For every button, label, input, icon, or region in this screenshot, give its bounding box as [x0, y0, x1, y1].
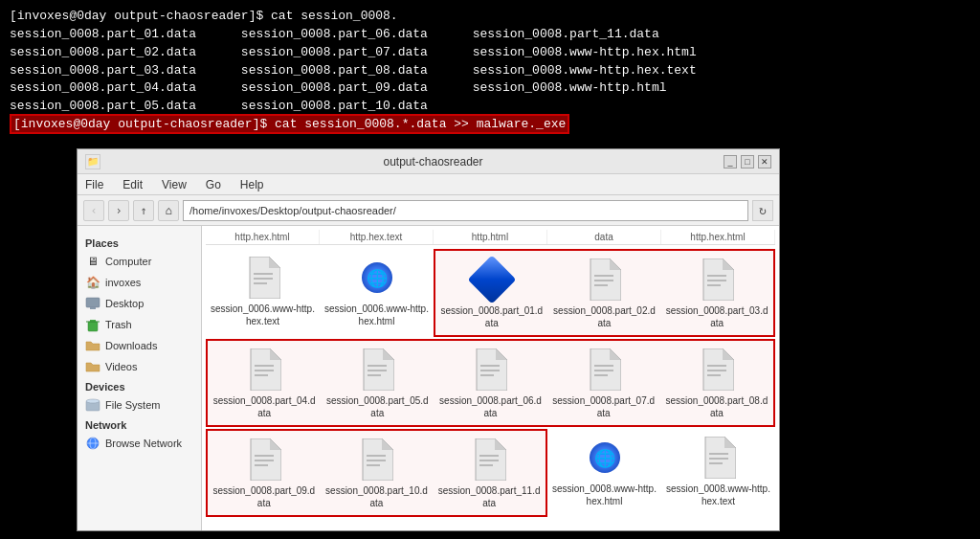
file-item-part02[interactable]: session_0008.part_02.data — [548, 251, 661, 335]
menu-go[interactable]: Go — [202, 176, 225, 193]
file-icon-exe — [473, 257, 511, 303]
sidebar-label-invoxes: invoxes — [105, 277, 141, 288]
svg-rect-2 — [88, 322, 98, 331]
sidebar-item-downloads[interactable]: Downloads — [78, 335, 201, 356]
selected-group-row2: session_0008.part_04.data session_0008.p… — [206, 339, 775, 427]
sidebar: Places 🖥 Computer 🏠 invoxes Desktop — [78, 226, 202, 530]
file-item-www-hex-html[interactable]: 🌐 session_0008.www-http.hex.html — [547, 429, 661, 517]
menu-edit[interactable]: Edit — [119, 176, 146, 193]
home-button[interactable]: ⌂ — [158, 200, 179, 221]
file-name: session_0008.www-http.hex.text — [665, 483, 771, 507]
exe-icon — [467, 256, 516, 304]
selected-group-row3: session_0008.part_09.data — [206, 429, 547, 517]
col-header-2: http.hex.text — [320, 230, 434, 244]
sidebar-item-videos[interactable]: Videos — [78, 356, 201, 377]
menu-file[interactable]: File — [81, 176, 107, 193]
terminal-line-1: [invoxes@0day output-chaosreader]$ cat s… — [10, 8, 970, 26]
file-icon-globe: 🌐 — [358, 255, 396, 301]
file-icon-text — [357, 437, 395, 483]
desktop-icon — [85, 296, 100, 311]
terminal-line-4: session_0008.part_03.data session_0008.p… — [10, 62, 970, 80]
sidebar-label-downloads: Downloads — [105, 340, 157, 351]
file-icon-text — [698, 347, 736, 393]
file-item-session0006-hex-text[interactable]: session_0006.www-http.hex.text — [206, 249, 320, 337]
refresh-button[interactable]: ↻ — [752, 200, 773, 221]
downloads-folder-icon — [85, 338, 100, 353]
file-name: session_0008.part_11.data — [436, 484, 542, 509]
col-header-4: data — [547, 230, 661, 244]
computer-icon: 🖥 — [85, 254, 100, 269]
sidebar-item-browse-network[interactable]: Browse Network — [78, 433, 201, 454]
file-item-session0006-hex-html[interactable]: 🌐 session_0006.www-http.hex.html — [320, 249, 434, 337]
file-icon-text — [245, 437, 283, 483]
sidebar-item-desktop[interactable]: Desktop — [78, 293, 201, 314]
file-icon-text — [244, 255, 282, 301]
content-area: Places 🖥 Computer 🏠 invoxes Desktop — [78, 226, 779, 530]
column-headers: http.hex.html http.hex.text http.html da… — [206, 230, 775, 245]
col-header-3: http.html — [434, 230, 547, 244]
file-item-part04[interactable]: session_0008.part_04.data — [208, 341, 321, 425]
file-name: session_0008.part_03.data — [664, 304, 769, 329]
file-item-part11[interactable]: session_0008.part_11.data — [433, 431, 546, 515]
terminal-line-2: session_0008.part_01.data session_0008.p… — [10, 26, 970, 44]
address-bar[interactable]: /home/invoxes/Desktop/output-chaosreader… — [183, 200, 748, 221]
window-title: output-chaosreader — [143, 155, 724, 168]
up-button[interactable]: ↑ — [133, 200, 154, 221]
forward-button[interactable]: › — [108, 200, 129, 221]
window-maximize-button[interactable]: □ — [741, 155, 754, 168]
videos-folder-icon — [85, 359, 100, 374]
sidebar-label-trash: Trash — [105, 319, 132, 330]
file-icon-text — [245, 347, 283, 393]
file-item-part10[interactable]: session_0008.part_10.data — [321, 431, 434, 515]
file-name: session_0008.part_07.data — [551, 394, 657, 419]
selected-group-row1: session_0008.part_01.data — [434, 249, 775, 337]
svg-point-6 — [86, 399, 100, 403]
file-name: session_0008.part_02.data — [552, 304, 657, 329]
file-row-1: session_0006.www-http.hex.text 🌐 session… — [206, 249, 775, 337]
file-item-part09[interactable]: session_0008.part_09.data — [208, 431, 321, 515]
window-controls[interactable]: _ □ ✕ — [724, 155, 771, 168]
terminal-line-7: [invoxes@0day output-chaosreader]$ cat s… — [10, 116, 970, 134]
file-item-part05[interactable]: session_0008.part_05.data — [321, 341, 434, 425]
file-item-part07[interactable]: session_0008.part_07.data — [547, 341, 660, 425]
file-icon-text — [358, 347, 396, 393]
file-manager-window: 📁 output-chaosreader _ □ ✕ File Edit Vie… — [77, 148, 780, 531]
file-item-part06[interactable]: session_0008.part_06.data — [434, 341, 546, 425]
col-header-5: http.hex.html — [661, 230, 775, 244]
globe-icon: 🌐 — [362, 262, 392, 293]
file-icon-text — [585, 257, 623, 303]
menu-view[interactable]: View — [158, 176, 190, 193]
places-label: Places — [78, 234, 201, 251]
file-item-part01[interactable]: session_0008.part_01.data — [435, 251, 548, 335]
file-name: session_0006.www-http.hex.html — [323, 303, 430, 327]
devices-label: Devices — [78, 377, 201, 394]
sidebar-item-invoxes[interactable]: 🏠 invoxes — [78, 272, 201, 293]
svg-rect-0 — [86, 298, 100, 307]
window-minimize-button[interactable]: _ — [724, 155, 737, 168]
file-name: session_0006.www-http.hex.text — [210, 303, 316, 327]
sidebar-item-trash[interactable]: Trash — [78, 314, 201, 335]
file-name: session_0008.part_05.data — [324, 394, 430, 419]
file-name: session_0008.part_06.data — [437, 394, 543, 419]
file-item-www-hex-text[interactable]: session_0008.www-http.hex.text — [661, 429, 775, 517]
file-name: session_0008.part_09.data — [212, 484, 317, 509]
window-icon: 📁 — [85, 154, 100, 169]
back-button[interactable]: ‹ — [83, 200, 104, 221]
file-name: session_0008.part_10.data — [324, 484, 430, 509]
file-item-part03[interactable]: session_0008.part_03.data — [660, 251, 773, 335]
sidebar-item-computer[interactable]: 🖥 Computer — [78, 251, 201, 272]
sidebar-label-videos: Videos — [105, 361, 137, 372]
unselected-group-row3: 🌐 session_0008.www-http.hex.html — [547, 429, 775, 517]
file-icon-text — [585, 347, 623, 393]
file-icon-globe2: 🌐 — [586, 435, 624, 481]
file-grid-container: http.hex.html http.hex.text http.html da… — [202, 226, 779, 530]
file-item-part08[interactable]: session_0008.part_08.data — [660, 341, 773, 425]
file-name: session_0008.part_08.data — [664, 394, 769, 419]
window-close-button[interactable]: ✕ — [758, 155, 771, 168]
sidebar-item-filesystem[interactable]: File System — [78, 394, 201, 415]
file-name: session_0008.part_04.data — [212, 394, 317, 419]
address-text: /home/invoxes/Desktop/output-chaosreader… — [189, 205, 396, 216]
toolbar: ‹ › ↑ ⌂ /home/invoxes/Desktop/output-cha… — [78, 195, 779, 226]
filesystem-icon — [85, 397, 100, 413]
menu-help[interactable]: Help — [236, 176, 268, 193]
